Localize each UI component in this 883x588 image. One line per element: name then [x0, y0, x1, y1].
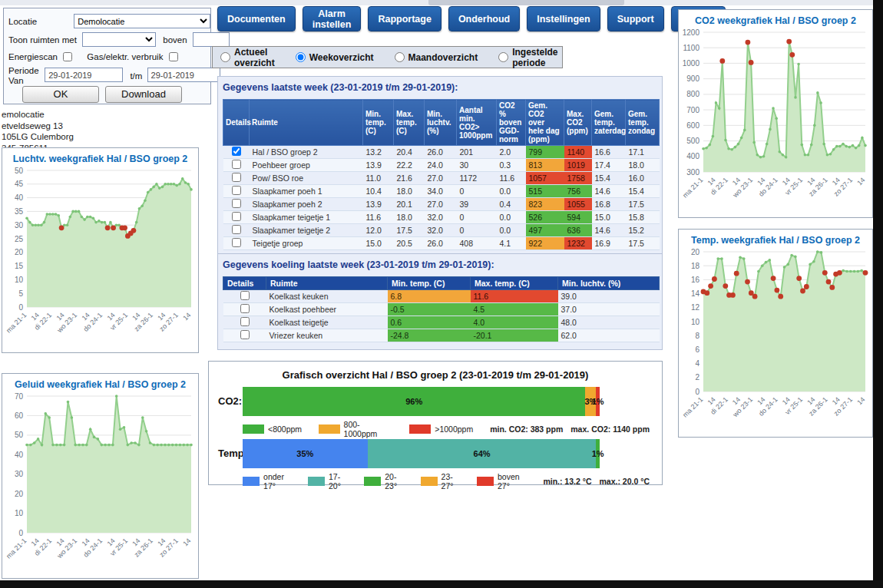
table-cell: 17.4 — [592, 159, 626, 172]
details-checkbox[interactable] — [232, 199, 241, 208]
co2-stacked-bar: 96%3%1% — [243, 387, 600, 416]
details-checkbox[interactable] — [232, 160, 241, 169]
legend-swatch-icon — [477, 477, 494, 486]
date-from-input[interactable] — [45, 68, 123, 82]
svg-text:12: 12 — [691, 303, 700, 312]
luchtv-chart-title: Luchtv. weekgrafiek Hal / BSO groep 2 — [2, 148, 198, 164]
table-cell: 0 — [457, 224, 497, 237]
column-header: Min. temp. (C) — [363, 100, 394, 146]
filter-panel: Locatie Demolocatie Toon ruimten met bov… — [3, 8, 211, 104]
details-checkbox[interactable] — [240, 304, 250, 313]
details-checkbox[interactable] — [232, 147, 241, 156]
details-cell — [223, 198, 250, 211]
ruimten-filter-select[interactable] — [82, 32, 156, 47]
top-scrollbar-thumb[interactable] — [428, 0, 624, 5]
details-cell — [223, 290, 266, 303]
table-cell: Koelkast teigetje — [266, 316, 388, 329]
details-cell — [223, 224, 250, 237]
temp-chart-title: Temp. weekgrafiek Hal / BSO groep 2 — [679, 230, 872, 246]
nav-button-alarm-instellen[interactable]: Alarm instellen — [303, 6, 362, 31]
table-cell: 2.0 — [497, 146, 526, 159]
view-radio-maandoverzicht[interactable]: Maandoverzicht — [395, 52, 478, 63]
table-cell: 16.0 — [626, 172, 660, 185]
view-radio-weekoverzicht[interactable]: Weekoverzicht — [296, 52, 374, 63]
table-cell: -20.1 — [471, 329, 558, 342]
table-cell: 11.6 — [471, 290, 558, 303]
svg-text:10: 10 — [15, 509, 24, 517]
svg-text:30: 30 — [15, 221, 24, 230]
svg-text:ma 21-1: ma 21-1 — [5, 537, 28, 560]
table-cell: 62.0 — [558, 329, 660, 342]
table-cell: 1140 — [564, 146, 592, 159]
details-checkbox[interactable] — [240, 291, 250, 300]
table-cell: 48.0 — [558, 316, 660, 329]
gas-verbruik-checkbox[interactable] — [169, 52, 178, 61]
radio-input[interactable] — [498, 52, 508, 62]
table-cell: 16.8 — [592, 198, 626, 211]
table-cell: 0.3 — [497, 159, 526, 172]
grafisch-title: Grafisch overzicht Hal / BSO groep 2 (23… — [209, 369, 662, 381]
temp-chart-svg: 02468101214161820ma 21-114di 22-114wo 23… — [679, 246, 871, 431]
details-checkbox[interactable] — [232, 173, 241, 182]
table-cell: 0.4 — [497, 198, 526, 211]
details-checkbox[interactable] — [232, 238, 241, 247]
table-cell: Slaapkamer teigetje 1 — [250, 211, 363, 224]
boven-input[interactable] — [193, 32, 230, 47]
svg-text:8: 8 — [695, 332, 699, 340]
table-cell: 21.6 — [394, 172, 425, 185]
details-checkbox[interactable] — [232, 186, 241, 195]
table-cell: 24.0 — [425, 159, 457, 172]
radio-input[interactable] — [395, 52, 405, 62]
koeling-table: DetailsRuimteMin. temp. (C)Max. temp. (C… — [223, 276, 660, 342]
radio-input[interactable] — [296, 52, 306, 62]
details-checkbox[interactable] — [240, 317, 250, 326]
co2-chart-panel: CO2 weekgrafiek Hal / BSO groep 2 300400… — [678, 9, 873, 218]
legend-item: >1000ppm — [409, 424, 473, 434]
svg-text:2: 2 — [695, 373, 699, 382]
table-cell: 636 — [564, 224, 592, 237]
svg-text:40: 40 — [15, 193, 24, 202]
svg-text:20: 20 — [691, 248, 700, 256]
table-cell: Pow/ BSO roe — [250, 172, 363, 185]
nav-button-documenten[interactable]: Documenten — [217, 6, 296, 31]
koeling-table-panel: Gegevens koeling laatste week (23-01-201… — [217, 253, 663, 350]
nav-button-instellingen[interactable]: Instellingen — [527, 6, 600, 31]
details-checkbox[interactable] — [232, 225, 241, 234]
table-cell: 6.8 — [388, 290, 471, 303]
table-cell: 1055 — [564, 198, 592, 211]
table-row: Koelkast teigetje0.64.048.0 — [223, 316, 660, 329]
column-header: Min. luchtv. (%) — [558, 277, 660, 290]
details-checkbox[interactable] — [232, 212, 241, 221]
view-radio-ingestelde-periode[interactable]: Ingestelde periode — [498, 47, 557, 68]
nav-button-rapportage[interactable]: Rapportage — [368, 6, 441, 31]
luchtv-chart-panel: Luchtv. weekgrafiek Hal / BSO groep 2 05… — [2, 147, 199, 353]
table-cell: 39.0 — [558, 290, 660, 303]
table-row: Slaapkamer poeh 213.920.127.0390.4823105… — [223, 198, 660, 211]
details-checkbox[interactable] — [240, 330, 250, 339]
locatie-select[interactable]: Demolocatie — [74, 14, 210, 28]
minmax-values: min. CO2: 383 ppmmax. CO2: 1140 ppm — [490, 424, 650, 434]
table-cell: 32.0 — [425, 211, 457, 224]
legend-item: 17-20° — [308, 472, 347, 491]
legend-swatch-icon — [421, 477, 438, 486]
table-cell: 922 — [526, 237, 564, 250]
ok-button[interactable]: OK — [22, 86, 99, 103]
legend-item: boven 27° — [477, 472, 526, 491]
nav-button-support[interactable]: Support — [607, 6, 664, 31]
date-to-input[interactable] — [147, 68, 220, 82]
co2-chart: 300400500600700800900100011001200ma 21-1… — [679, 26, 872, 215]
radio-input[interactable] — [220, 52, 230, 62]
table-cell: 26.0 — [425, 146, 457, 159]
svg-text:60: 60 — [15, 411, 24, 420]
column-header: Max. temp. (C) — [394, 100, 425, 146]
download-button[interactable]: Download — [105, 86, 182, 103]
energiescan-checkbox[interactable] — [63, 52, 72, 61]
svg-text:16: 16 — [691, 276, 700, 284]
table-cell: Hal / BSO groep 2 — [250, 146, 363, 159]
view-radio-actueel-overzicht[interactable]: Actueel overzicht — [220, 47, 275, 68]
legend-item: onder 17° — [243, 472, 291, 491]
nav-button-onderhoud[interactable]: Onderhoud — [448, 6, 520, 31]
svg-text:0: 0 — [18, 303, 23, 312]
address-line: emolocatie — [2, 109, 74, 121]
svg-text:30: 30 — [15, 470, 24, 478]
